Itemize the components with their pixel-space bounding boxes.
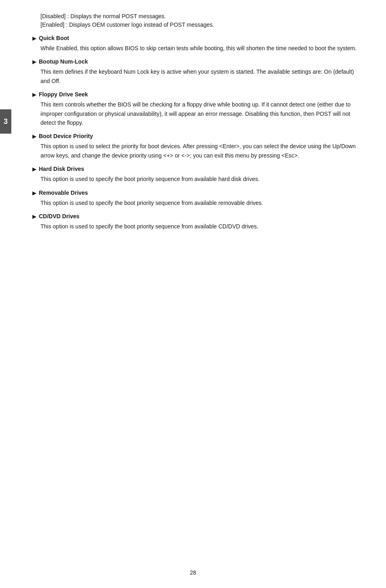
arrow-icon-hard-disk-drives: ▶ bbox=[32, 166, 36, 172]
intro-line-disabled: [Disabled] : Displays the normal POST me… bbox=[40, 12, 362, 21]
section-title-boot-device-priority: Boot Device Priority bbox=[39, 133, 93, 139]
section-body-bootup-num-lock: This item defines if the keyboard Num Lo… bbox=[40, 67, 362, 85]
section-header-cd-dvd-drives: ▶ CD/DVD Drives bbox=[32, 213, 362, 219]
section-header-boot-device-priority: ▶ Boot Device Priority bbox=[32, 133, 362, 139]
section-title-cd-dvd-drives: CD/DVD Drives bbox=[39, 213, 79, 219]
section-floppy-drive-seek: ▶ Floppy Drive Seek This item controls w… bbox=[32, 91, 362, 127]
section-body-floppy-drive-seek: This item controls whether the BIOS will… bbox=[40, 100, 362, 127]
section-boot-device-priority: ▶ Boot Device Priority This option is us… bbox=[32, 133, 362, 160]
section-header-hard-disk-drives: ▶ Hard Disk Drives bbox=[32, 166, 362, 172]
section-body-cd-dvd-drives: This option is used to specify the boot … bbox=[40, 222, 362, 231]
section-header-bootup-num-lock: ▶ Bootup Num-Lock bbox=[32, 58, 362, 65]
section-cd-dvd-drives: ▶ CD/DVD Drives This option is used to s… bbox=[32, 213, 362, 231]
section-title-quick-boot: Quick Boot bbox=[39, 35, 69, 41]
side-tab: 3 bbox=[0, 109, 11, 134]
section-header-floppy-drive-seek: ▶ Floppy Drive Seek bbox=[32, 91, 362, 98]
arrow-icon-quick-boot: ▶ bbox=[32, 35, 36, 41]
section-hard-disk-drives: ▶ Hard Disk Drives This option is used t… bbox=[32, 166, 362, 183]
page-container: 3 [Disabled] : Displays the normal POST … bbox=[0, 0, 386, 588]
section-removable-drives: ▶ Removable Drives This option is used t… bbox=[32, 190, 362, 207]
arrow-icon-cd-dvd-drives: ▶ bbox=[32, 213, 36, 219]
page-number: 28 bbox=[190, 569, 196, 576]
arrow-icon-boot-device-priority: ▶ bbox=[32, 133, 36, 139]
section-body-hard-disk-drives: This option is used to specify the boot … bbox=[40, 175, 362, 183]
section-body-boot-device-priority: This option is used to select the priori… bbox=[40, 142, 362, 160]
section-title-hard-disk-drives: Hard Disk Drives bbox=[39, 166, 84, 172]
side-tab-label: 3 bbox=[4, 117, 8, 126]
arrow-icon-floppy-drive-seek: ▶ bbox=[32, 92, 36, 98]
section-title-floppy-drive-seek: Floppy Drive Seek bbox=[39, 91, 88, 98]
section-body-removable-drives: This option is used to specify the boot … bbox=[40, 198, 362, 207]
section-title-removable-drives: Removable Drives bbox=[39, 190, 88, 196]
arrow-icon-bootup-num-lock: ▶ bbox=[32, 59, 36, 65]
section-title-bootup-num-lock: Bootup Num-Lock bbox=[39, 58, 88, 65]
arrow-icon-removable-drives: ▶ bbox=[32, 190, 36, 196]
section-body-quick-boot: While Enabled, this option allows BIOS t… bbox=[40, 44, 362, 53]
section-header-quick-boot: ▶ Quick Boot bbox=[32, 35, 362, 41]
content: [Disabled] : Displays the normal POST me… bbox=[32, 8, 362, 231]
intro-line-enabled: [Enabled] : Displays OEM customer logo i… bbox=[40, 21, 362, 29]
section-bootup-num-lock: ▶ Bootup Num-Lock This item defines if t… bbox=[32, 58, 362, 85]
section-header-removable-drives: ▶ Removable Drives bbox=[32, 190, 362, 196]
section-quick-boot: ▶ Quick Boot While Enabled, this option … bbox=[32, 35, 362, 53]
